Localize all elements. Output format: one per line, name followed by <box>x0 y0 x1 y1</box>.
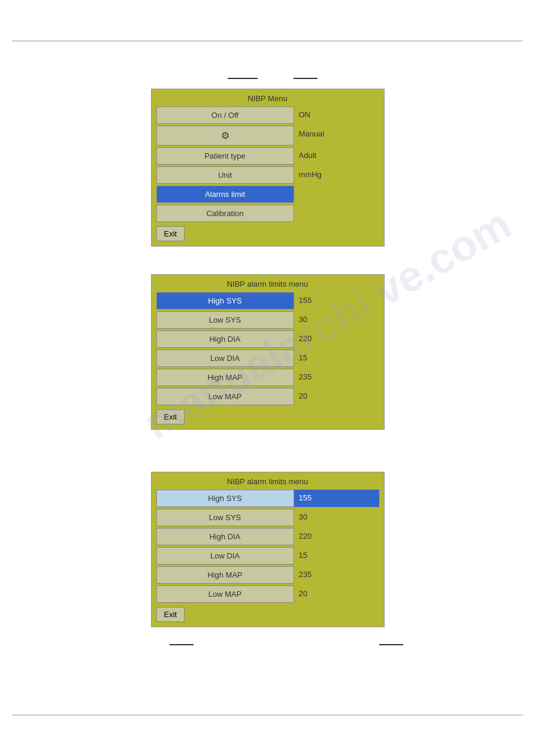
onoff-button[interactable]: On / Off <box>156 107 294 124</box>
panel2-exit-button[interactable]: Exit <box>156 409 185 424</box>
low-dia-value-2: 15 <box>294 547 379 564</box>
high-dia-button-1[interactable]: High DIA <box>156 330 294 348</box>
nibp-alarm-panel-2: NIBP alarm limits menu High SYS 155 Low … <box>151 472 385 627</box>
nibp-menu-title: NIBP Menu <box>156 94 379 103</box>
low-sys-value-2: 30 <box>294 509 379 526</box>
alarms-limit-button[interactable]: Alarms limit <box>156 186 294 203</box>
panel1-exit-button[interactable]: Exit <box>156 226 185 241</box>
menu-row-calibration: Calibration <box>156 205 379 222</box>
high-sys-button-2[interactable]: High SYS <box>156 490 294 507</box>
alarm-row-low-sys-2: Low SYS 30 <box>156 509 379 526</box>
high-map-value-2: 235 <box>294 566 379 584</box>
alarm-row-high-sys-1: High SYS 155 <box>156 292 379 309</box>
gear-icon: ⚙ <box>221 130 229 141</box>
alarm-row-high-map-1: High MAP 235 <box>156 369 379 386</box>
small-line-top-right <box>294 78 318 79</box>
alarm-row-high-dia-1: High DIA 220 <box>156 330 379 348</box>
menu-row-alarms: Alarms limit <box>156 186 379 203</box>
top-divider <box>12 41 523 41</box>
small-line-bottom-left <box>170 644 194 645</box>
alarm-row-high-map-2: High MAP 235 <box>156 566 379 584</box>
unit-value: mmHg <box>294 166 379 184</box>
gear-button[interactable]: ⚙ <box>156 126 294 145</box>
high-map-button-2[interactable]: High MAP <box>156 566 294 584</box>
low-map-button-1[interactable]: Low MAP <box>156 388 294 405</box>
gear-value: Manual <box>294 126 379 145</box>
patient-type-value: Adult <box>294 147 379 165</box>
low-sys-button-1[interactable]: Low SYS <box>156 311 294 329</box>
bottom-divider <box>12 715 523 715</box>
nibp-alarm-title-1: NIBP alarm limits menu <box>156 280 379 289</box>
patient-type-button[interactable]: Patient type <box>156 147 294 165</box>
low-sys-value-1: 30 <box>294 311 379 329</box>
nibp-menu-panel: NIBP Menu On / Off ON ⚙ Manual Patient t… <box>151 89 385 247</box>
high-sys-value-2[interactable]: 155 <box>294 490 379 507</box>
nibp-alarm-panel-1: NIBP alarm limits menu High SYS 155 Low … <box>151 274 385 430</box>
menu-row-unit: Unit mmHg <box>156 166 379 184</box>
small-line-top-left <box>228 78 258 79</box>
unit-button[interactable]: Unit <box>156 166 294 184</box>
onoff-value: ON <box>294 107 379 124</box>
high-dia-button-2[interactable]: High DIA <box>156 528 294 545</box>
high-dia-value-1: 220 <box>294 330 379 348</box>
alarm-row-high-dia-2: High DIA 220 <box>156 528 379 545</box>
small-line-bottom-right <box>379 644 403 645</box>
menu-row-patient: Patient type Adult <box>156 147 379 165</box>
low-dia-value-1: 15 <box>294 350 379 367</box>
panel3-exit-button[interactable]: Exit <box>156 607 185 622</box>
alarm-row-low-map-1: Low MAP 20 <box>156 388 379 405</box>
low-sys-button-2[interactable]: Low SYS <box>156 509 294 526</box>
high-sys-button-1[interactable]: High SYS <box>156 292 294 309</box>
alarm-row-high-sys-2: High SYS 155 <box>156 490 379 507</box>
alarms-limit-value <box>294 186 379 203</box>
alarm-row-low-dia-1: Low DIA 15 <box>156 350 379 367</box>
menu-row-gear: ⚙ Manual <box>156 126 379 145</box>
low-dia-button-2[interactable]: Low DIA <box>156 547 294 564</box>
alarm-row-low-map-2: Low MAP 20 <box>156 585 379 603</box>
calibration-value <box>294 205 379 222</box>
calibration-button[interactable]: Calibration <box>156 205 294 222</box>
high-map-value-1: 235 <box>294 369 379 386</box>
high-map-button-1[interactable]: High MAP <box>156 369 294 386</box>
nibp-alarm-title-2: NIBP alarm limits menu <box>156 477 379 486</box>
low-map-button-2[interactable]: Low MAP <box>156 585 294 603</box>
low-dia-button-1[interactable]: Low DIA <box>156 350 294 367</box>
low-map-value-2: 20 <box>294 585 379 603</box>
menu-row-onoff: On / Off ON <box>156 107 379 124</box>
high-dia-value-2: 220 <box>294 528 379 545</box>
high-sys-value-1: 155 <box>294 292 379 309</box>
alarm-row-low-dia-2: Low DIA 15 <box>156 547 379 564</box>
alarm-row-low-sys-1: Low SYS 30 <box>156 311 379 329</box>
low-map-value-1: 20 <box>294 388 379 405</box>
